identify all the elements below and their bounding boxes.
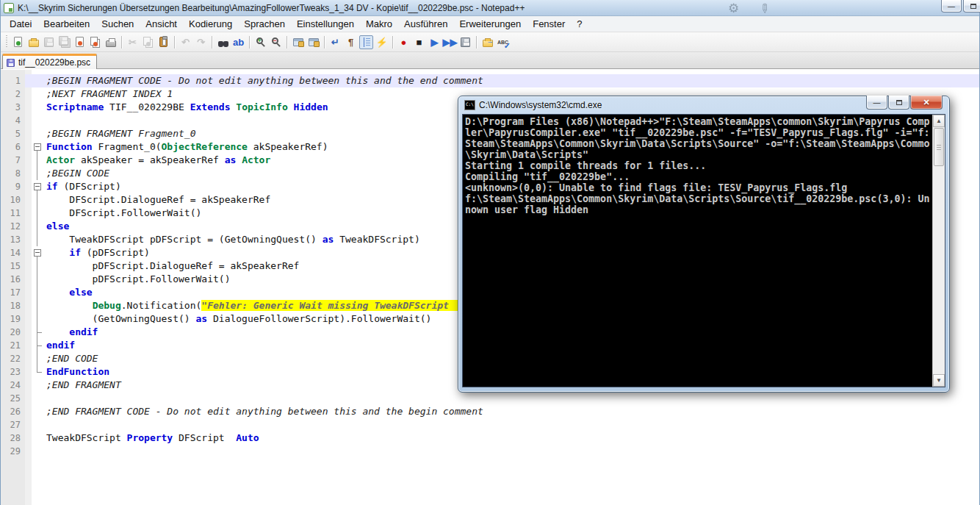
code-line[interactable]: 1;BEGIN FRAGMENT CODE - Do not edit anyt… [1, 74, 979, 87]
run-macro-multiple-icon[interactable]: ▶▶ [443, 35, 457, 49]
bookmark-margin[interactable] [25, 114, 32, 127]
menu-item-ausfhren[interactable]: Ausführen [398, 17, 453, 31]
minimize-button[interactable]: — [941, 0, 962, 12]
replace-icon[interactable]: ab [231, 35, 245, 49]
show-all-characters-icon[interactable]: ¶ [344, 35, 358, 49]
bookmark-margin[interactable] [25, 312, 32, 326]
paste-icon[interactable] [156, 35, 170, 49]
maximize-button[interactable] [963, 0, 980, 12]
user-language-icon[interactable]: ⚡ [375, 35, 389, 49]
menu-item-fenster[interactable]: Fenster [527, 17, 571, 31]
bookmark-margin[interactable] [25, 207, 32, 220]
fold-collapse-icon[interactable] [32, 246, 43, 259]
scrollbar-thumb[interactable] [934, 128, 944, 166]
close-file-icon[interactable] [73, 35, 87, 49]
bookmark-margin[interactable] [25, 167, 32, 180]
cut-icon[interactable]: ✂ [126, 35, 140, 49]
menu-item-datei[interactable]: Datei [4, 17, 37, 31]
toolbar-separator [121, 36, 122, 49]
sync-vertical-scroll-icon[interactable] [291, 35, 305, 49]
fold-collapse-icon[interactable] [32, 140, 43, 154]
bookmark-margin[interactable] [25, 392, 32, 405]
bookmark-margin[interactable] [25, 154, 32, 167]
scroll-down-button[interactable]: ▼ [933, 374, 945, 387]
bookmark-margin[interactable] [25, 365, 32, 379]
bookmark-margin[interactable] [25, 339, 32, 352]
print-icon[interactable] [104, 35, 118, 49]
bookmark-margin[interactable] [25, 127, 32, 140]
bookmark-margin[interactable] [25, 273, 32, 286]
open-file-icon[interactable] [26, 35, 40, 49]
cmd-minimize-button[interactable]: — [866, 96, 887, 110]
fold-margin [32, 299, 43, 312]
zoom-out-icon[interactable] [269, 35, 283, 49]
fold-margin [32, 259, 43, 273]
bookmark-margin[interactable] [25, 140, 32, 154]
close-all-icon[interactable] [88, 35, 102, 49]
find-icon[interactable] [216, 35, 230, 49]
bookmark-margin[interactable] [25, 220, 32, 233]
code-text: ;BEGIN FRAGMENT CODE - Do not edit anyth… [43, 74, 979, 87]
play-macro-icon[interactable]: ▶ [428, 35, 442, 49]
menu-item-sprachen[interactable]: Sprachen [238, 17, 291, 31]
menu-item-suchen[interactable]: Suchen [96, 17, 140, 31]
launch-run-icon [483, 40, 493, 47]
copy-icon[interactable] [141, 35, 155, 49]
bookmark-margin[interactable] [25, 431, 32, 445]
code-line[interactable]: 26;END FRAGMENT CODE - Do not edit anyth… [1, 405, 979, 418]
bookmark-margin[interactable] [25, 259, 32, 273]
console-line: \Skyrim\Data\Scripts" [465, 149, 930, 160]
bookmark-margin[interactable] [25, 74, 32, 87]
fold-margin [32, 405, 43, 418]
bookmark-margin[interactable] [25, 101, 32, 114]
bookmark-margin[interactable] [25, 445, 32, 458]
title-bar[interactable]: K:\__Skyrim Sicherungen Übersetzungen Be… [1, 0, 979, 16]
code-line[interactable]: 28TweakDFScript Property DFScript Auto [1, 431, 979, 445]
menu-item-erweiterungen[interactable]: Erweiterungen [453, 17, 527, 31]
menu-item-?[interactable]: ? [571, 17, 588, 31]
bookmark-margin[interactable] [25, 87, 32, 101]
code-line[interactable]: 27 [1, 418, 979, 431]
menu-item-bearbeiten[interactable]: Bearbeiten [37, 17, 96, 31]
print-icon [106, 40, 116, 47]
stop-macro-icon[interactable]: ■ [412, 35, 426, 49]
bookmark-margin[interactable] [25, 180, 32, 193]
menu-item-ansicht[interactable]: Ansicht [140, 17, 183, 31]
sync-horizontal-scroll-icon[interactable] [306, 35, 320, 49]
bookmark-margin[interactable] [25, 286, 32, 299]
save-icon[interactable] [42, 35, 56, 49]
menu-item-makro[interactable]: Makro [360, 17, 398, 31]
menu-item-einstellungen[interactable]: Einstellungen [291, 17, 360, 31]
menu-item-kodierung[interactable]: Kodierung [183, 17, 238, 31]
bookmark-margin[interactable] [25, 379, 32, 392]
bookmark-margin[interactable] [25, 418, 32, 431]
word-wrap-icon[interactable]: ↵ [328, 35, 342, 49]
record-macro-icon[interactable]: ● [397, 35, 411, 49]
tab-active-file[interactable]: tif__020229be.psc [2, 54, 97, 69]
bookmark-margin[interactable] [25, 405, 32, 418]
redo-icon[interactable]: ↷ [194, 35, 208, 49]
scroll-up-button[interactable]: ▲ [933, 115, 945, 127]
code-line[interactable]: 25 [1, 392, 979, 405]
bookmark-margin[interactable] [25, 233, 32, 246]
spell-check-icon[interactable]: ABC [496, 35, 510, 49]
bookmark-margin[interactable] [25, 299, 32, 312]
code-line[interactable]: 29 [1, 445, 979, 458]
indent-guide-icon[interactable] [359, 35, 373, 49]
bookmark-margin[interactable] [25, 352, 32, 365]
save-macro-icon[interactable] [458, 35, 472, 49]
fold-collapse-icon[interactable] [32, 180, 43, 193]
cmd-close-button[interactable]: ✕ [910, 96, 943, 110]
cmd-window[interactable]: C:\ C:\Windows\system32\cmd.exe — ✕ D:\P… [458, 96, 950, 393]
bookmark-margin[interactable] [25, 193, 32, 207]
cmd-maximize-button[interactable] [888, 96, 909, 110]
bookmark-margin[interactable] [25, 246, 32, 259]
launch-run-icon[interactable] [480, 35, 494, 49]
console-scrollbar[interactable]: ▲ ▼ [932, 115, 945, 387]
zoom-in-icon[interactable] [253, 35, 267, 49]
undo-icon[interactable]: ↶ [179, 35, 192, 49]
bookmark-margin[interactable] [25, 326, 32, 339]
save-all-icon[interactable] [57, 35, 71, 49]
new-file-icon[interactable] [11, 35, 25, 49]
cmd-title-bar[interactable]: C:\ C:\Windows\system32\cmd.exe — ✕ [458, 96, 949, 114]
